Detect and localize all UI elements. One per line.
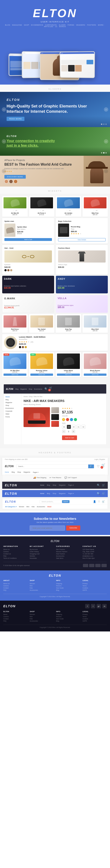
compare-icon-3[interactable]: ⇄ <box>69 209 71 212</box>
swatch-brown[interactable] <box>7 269 9 271</box>
footer-link-cart[interactable]: Shopping Cart <box>30 553 54 555</box>
catnav-kids[interactable]: Kids <box>32 506 35 508</box>
pp-nav-shop[interactable]: Shop <box>29 388 32 390</box>
swatch-tan[interactable] <box>10 269 12 271</box>
dark-cart-icon[interactable]: 🛒 <box>102 484 105 487</box>
footer-link-wishlist[interactable]: Wishlist <box>30 555 54 557</box>
footer-link-about[interactable]: About Us <box>3 549 28 550</box>
featured-shoe-btn-3[interactable]: Add to Cart <box>57 374 80 376</box>
fd2-link-4-2[interactable]: Terms <box>82 616 107 617</box>
cat-item-blog[interactable]: Blog <box>5 398 20 401</box>
blue-search-icon[interactable]: 🔍 <box>97 492 100 495</box>
social-tw[interactable]: t <box>91 604 95 608</box>
compare-icon-4[interactable]: ⇄ <box>96 209 98 212</box>
footer-link-contact[interactable]: Contact Us <box>3 553 28 555</box>
nav-shop-1[interactable]: Shop <box>17 471 21 473</box>
blue-cart-icon[interactable]: 🛒 <box>102 492 105 495</box>
dnav-shop[interactable]: Shop <box>52 484 56 486</box>
fd2-link-3-1[interactable]: Shipping <box>56 614 80 615</box>
bnav-magazine[interactable]: Magazine <box>59 493 66 494</box>
fb-link-1-2[interactable]: Careers <box>3 585 28 587</box>
watch-swatch-brown[interactable] <box>22 346 24 348</box>
header-wishlist-icon[interactable]: ♡ <box>97 465 100 468</box>
pp-nav-blog[interactable]: Blog <box>15 388 19 390</box>
wishlist-icon-1[interactable]: ♡ <box>12 209 14 212</box>
wishlist-icon-3[interactable]: ♡ <box>66 209 68 212</box>
cat-item-home[interactable]: Home <box>5 395 20 398</box>
slider3-next-arrow[interactable]: › <box>104 169 108 173</box>
dnav-magazine[interactable]: Magazine <box>59 484 66 486</box>
fd2-link-4-4[interactable]: GDPR <box>82 620 107 622</box>
fb-link-1-3[interactable]: Contact <box>3 587 28 589</box>
fb-link-3-3[interactable]: Size Guide <box>56 587 80 589</box>
dnav-blog[interactable]: Blog <box>47 484 50 486</box>
slider2-prev-arrow[interactable]: ‹ <box>2 139 6 144</box>
minimal-wishlist-icon[interactable]: ♡ <box>98 500 100 503</box>
newsletter-subscribe-btn[interactable]: Subscribe <box>66 526 80 531</box>
minimal-search[interactable]: Search products... <box>40 500 62 503</box>
color-red[interactable] <box>66 418 69 421</box>
fd2-link-1-1[interactable]: About <box>3 614 28 615</box>
fd2-link-2-1[interactable]: Women <box>30 614 54 615</box>
slider-next-arrow[interactable]: › <box>104 107 108 112</box>
cat-item-magazine[interactable]: Magazine <box>5 401 20 404</box>
slider2-next-arrow[interactable]: › <box>104 139 108 144</box>
footer-link-women[interactable]: Women Fashion <box>56 551 80 552</box>
social-in[interactable]: in <box>102 604 107 608</box>
fb-link-2-1[interactable]: Women <box>30 583 54 584</box>
fb-link-4-4[interactable]: GDPR <box>82 589 107 591</box>
footer-link-newsletter-link[interactable]: Newsletter <box>30 557 54 559</box>
size-38[interactable]: 38 <box>62 425 66 429</box>
fb-link-1-4[interactable]: FAQ <box>3 589 28 591</box>
size-41[interactable]: 41 <box>77 425 80 429</box>
fd2-link-2-4[interactable]: Accessories <box>30 620 54 622</box>
footer-link-accessories[interactable]: Accessories <box>56 555 80 557</box>
fb-link-1-1[interactable]: About Us <box>3 583 28 584</box>
nav-magazine-1[interactable]: Magazine <box>24 471 30 473</box>
fd2-link-3-4[interactable]: Blog <box>56 620 80 622</box>
cat-item-forms[interactable]: Forms <box>5 415 20 418</box>
nav-blog-1[interactable]: Blog <box>12 471 15 473</box>
footer-link-myaccount[interactable]: My Account <box>30 549 54 550</box>
pp-add-btn[interactable]: Add to Cart <box>62 435 77 440</box>
swatch-black[interactable] <box>4 269 7 271</box>
fb-link-2-2[interactable]: Men <box>30 585 54 587</box>
newsletter-email-input[interactable] <box>30 526 65 531</box>
slider-prev-arrow[interactable]: ‹ <box>2 107 6 112</box>
fb-link-3-1[interactable]: Shipping <box>56 583 80 584</box>
minimal-account-icon[interactable]: 👤 <box>93 500 96 503</box>
dnav-home[interactable]: Home <box>40 484 44 486</box>
search-btn[interactable]: 🔍 <box>88 465 94 468</box>
fd2-link-1-4[interactable]: FAQ <box>3 620 28 622</box>
social-fb[interactable]: f <box>85 604 89 608</box>
cat-item-ecommerce[interactable]: Ecommerce <box>5 407 20 410</box>
pp-thumb-1[interactable] <box>51 407 59 413</box>
slider2-dot-3[interactable] <box>105 152 107 154</box>
pp-nav-magazine[interactable]: Magazine <box>20 388 27 390</box>
cat-item-slider[interactable]: Slider <box>5 412 20 415</box>
color-blue[interactable] <box>70 418 73 421</box>
catnav-sale[interactable]: SALE <box>47 506 51 508</box>
dark-search-icon[interactable]: 🔍 <box>97 484 100 487</box>
bnav-blog[interactable]: Blog <box>47 493 50 494</box>
footer-link-kids[interactable]: Kids Fashion <box>56 553 80 555</box>
slider-3-btn[interactable]: Discover More <box>4 175 26 179</box>
featured-shoe-btn-4[interactable]: Add to Cart <box>84 374 107 376</box>
footer-link-sale[interactable]: Sale Items <box>56 557 80 559</box>
fd2-link-2-2[interactable]: Men <box>30 616 54 617</box>
watch-swatch-black[interactable] <box>19 346 21 348</box>
fd2-link-2-3[interactable]: Kids <box>30 618 54 620</box>
catnav-women[interactable]: Women <box>19 506 24 508</box>
wishlist-icon-4[interactable]: ♡ <box>93 209 95 212</box>
compare-icon-1[interactable]: ⇄ <box>15 209 17 212</box>
add-to-cart-btn-1[interactable]: Add to Cart <box>4 238 52 241</box>
featured-shoe-btn-1[interactable]: Add to Cart <box>3 374 26 376</box>
cat-item-corporate[interactable]: Corporate <box>5 410 20 412</box>
bnav-pages[interactable]: Pages ▾ <box>68 493 74 494</box>
footer-link-orders[interactable]: Order History <box>30 551 54 552</box>
fd2-link-3-2[interactable]: Returns <box>56 616 80 617</box>
fd2-link-1-2[interactable]: Careers <box>3 616 28 617</box>
pp-nav-ecommerce[interactable]: Ecommerce <box>34 388 42 390</box>
catnav-accessories[interactable]: Accessories <box>37 506 45 508</box>
watch-swatch-gold[interactable] <box>25 346 27 348</box>
